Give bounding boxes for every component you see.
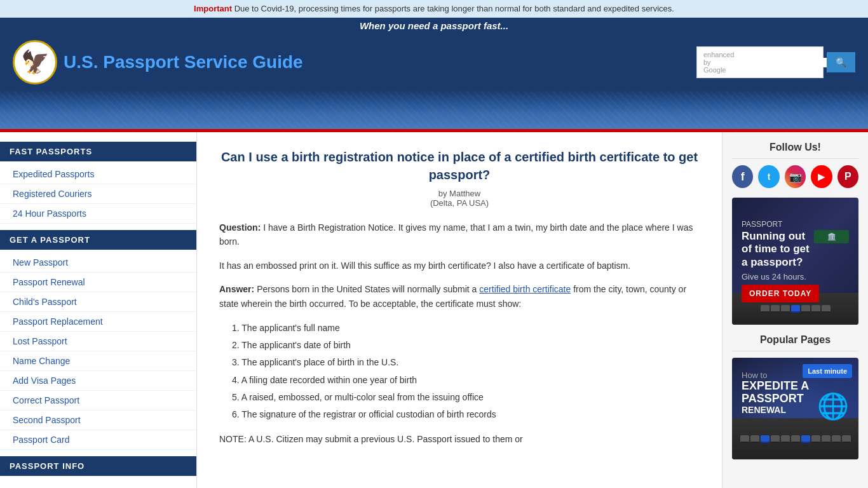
- list-item: 4. A filing date recorded within one yea…: [232, 372, 700, 388]
- sidebar-item-name-change[interactable]: Name Change: [0, 351, 196, 371]
- sidebar-item-childs-passport[interactable]: Child's Passport: [0, 292, 196, 312]
- logo-text-main: U.S. Passport Service Guide: [64, 52, 303, 72]
- key: [781, 305, 790, 313]
- answer-label: Answer:: [219, 284, 254, 294]
- search-button[interactable]: 🔍: [827, 52, 855, 72]
- key: [811, 305, 820, 313]
- ad-seal-icon: 🏛️: [814, 230, 849, 243]
- eagle-icon: 🦅: [21, 49, 50, 76]
- sidebar-item-passport-replacement[interactable]: Passport Replacement: [0, 312, 196, 332]
- popular-pages-title: Popular Pages: [732, 334, 858, 351]
- sidebar-item-new-passport[interactable]: New Passport: [0, 253, 196, 273]
- sidebar-item-registered-couriers[interactable]: Registered Couriers: [0, 184, 196, 204]
- sidebar-item-passport-card[interactable]: Passport Card: [0, 430, 196, 450]
- answer-text: Persons born in the United States will n…: [257, 284, 479, 294]
- alert-important-label: Important: [194, 4, 232, 13]
- fast-passports-title: FAST PASSPORTS: [0, 142, 196, 161]
- question-label: Question:: [219, 222, 261, 233]
- ad-line3: a passport?: [742, 256, 810, 269]
- search-input[interactable]: [737, 58, 832, 67]
- list-item: 6. The signature of the registrar or off…: [232, 407, 700, 423]
- follow-us-title: Follow Us!: [732, 142, 858, 159]
- requirements-list: 1. The applicant's full name 2. The appl…: [232, 320, 700, 423]
- logo-text: U.S. Passport Service Guide: [64, 52, 303, 72]
- popular-page-thumb[interactable]: How to EXPEDITE APASSPORT RENEWAL Last m…: [732, 358, 858, 459]
- header: 🦅 U.S. Passport Service Guide enhanced b…: [0, 34, 868, 91]
- key: [822, 305, 831, 313]
- hero-banner: [0, 91, 868, 129]
- youtube-icon[interactable]: ▶: [811, 165, 832, 188]
- order-today-button[interactable]: ORDER TODAY: [742, 285, 819, 302]
- sidebar-item-passport-renewal[interactable]: Passport Renewal: [0, 273, 196, 292]
- globe-icon: 🌐: [817, 391, 849, 421]
- search-area: enhanced by Google 🔍: [696, 46, 855, 78]
- list-item: 5. A raised, embossed, or multi-color se…: [232, 390, 700, 405]
- sidebar-item-24-hour-passports[interactable]: 24 Hour Passports: [0, 204, 196, 224]
- answer-paragraph: Answer: Persons born in the United State…: [219, 282, 700, 311]
- list-item: 2. The applicant's date of birth: [232, 337, 700, 353]
- get-passport-section: GET A PASSPORT New Passport Passport Ren…: [0, 230, 196, 450]
- question-paragraph: Question: I have a Birth Registration No…: [219, 220, 700, 249]
- passport-info-title: PASSPORT INFO: [0, 456, 196, 476]
- author-info: by Matthew (Delta, PA USA): [219, 189, 700, 208]
- main-content: Can I use a birth registration notice in…: [197, 132, 722, 488]
- content-note: NOTE: A U.S. Citizen may submit a previo…: [219, 432, 700, 446]
- question-text: I have a Birth Registration Notice. It g…: [219, 222, 693, 247]
- question-text-2: It has an embossed print on it. Will thi…: [219, 261, 630, 271]
- ad-line1: Running out: [742, 230, 810, 243]
- key: [761, 305, 770, 313]
- ad-banner: PASSPORT Running out of time to get a pa…: [732, 198, 858, 325]
- right-sidebar: Follow Us! f t 📷 ▶ P PASSPORT: [722, 132, 868, 488]
- fast-passports-section: FAST PASSPORTS Expedited Passports Regis…: [0, 142, 196, 224]
- key: [771, 305, 780, 313]
- certified-birth-cert-link[interactable]: certified birth certificate: [479, 284, 571, 294]
- author-location: (Delta, PA USA): [430, 198, 489, 208]
- question-paragraph-2: It has an embossed print on it. Will thi…: [219, 259, 700, 273]
- key-blue: [791, 305, 800, 313]
- social-icons-row: f t 📷 ▶ P: [732, 165, 858, 188]
- list-item: 3. The applicant's place of birth in the…: [232, 355, 700, 370]
- pinterest-icon[interactable]: P: [837, 165, 858, 188]
- header-tagline: When you need a passport fast...: [360, 20, 508, 31]
- logo-area: 🦅 U.S. Passport Service Guide: [13, 40, 303, 85]
- get-passport-title: GET A PASSPORT: [0, 230, 196, 250]
- ad-passport-label: PASSPORT: [742, 220, 849, 229]
- facebook-icon[interactable]: f: [732, 165, 753, 188]
- sidebar-item-expedited-passports[interactable]: Expedited Passports: [0, 165, 196, 184]
- sidebar-item-correct-passport[interactable]: Correct Passport: [0, 391, 196, 410]
- instagram-icon[interactable]: 📷: [785, 165, 806, 188]
- ad-line2: of time to get: [742, 243, 810, 255]
- sidebar-item-second-passport[interactable]: Second Passport: [0, 410, 196, 430]
- sidebar-item-add-visa-pages[interactable]: Add Visa Pages: [0, 371, 196, 391]
- ad-subtext: Give us 24 hours.: [742, 272, 849, 281]
- left-sidebar: FAST PASSPORTS Expedited Passports Regis…: [0, 132, 197, 488]
- list-item: 1. The applicant's full name: [232, 320, 700, 336]
- page-title: Can I use a birth registration notice in…: [219, 148, 700, 184]
- sidebar-item-lost-passport[interactable]: Lost Passport: [0, 332, 196, 351]
- alert-message: Due to Covid-19, processing times for pa…: [234, 4, 674, 13]
- passport-info-section: PASSPORT INFO: [0, 456, 196, 476]
- key: [801, 305, 810, 313]
- main-layout: FAST PASSPORTS Expedited Passports Regis…: [0, 132, 868, 488]
- logo-circle: 🦅: [13, 40, 57, 85]
- popular-how-label: How to: [742, 370, 849, 380]
- enhanced-by-label: enhanced by Google: [703, 51, 734, 74]
- author-name: by Matthew: [438, 189, 480, 198]
- alert-bar: Important Due to Covid-19, processing ti…: [0, 0, 868, 18]
- twitter-icon[interactable]: t: [758, 165, 779, 188]
- search-input-wrap: enhanced by Google: [696, 46, 824, 78]
